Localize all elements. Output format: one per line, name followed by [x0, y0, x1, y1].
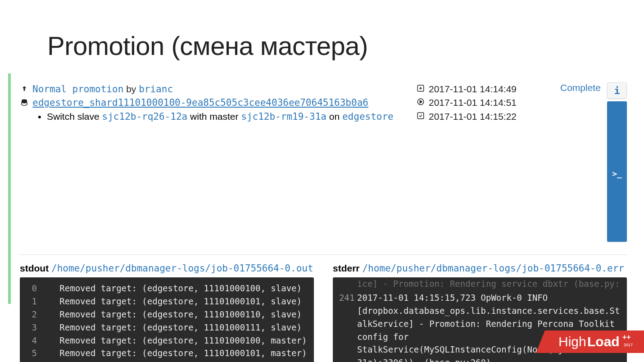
- log-line: 6 Removed target: (edgestore, 1110100011…: [26, 360, 308, 362]
- play-circle-icon: [416, 98, 425, 106]
- conference-badge: High Load ++ 2017: [527, 321, 644, 362]
- job-status: Complete: [560, 82, 605, 93]
- switch-on: on: [329, 111, 340, 122]
- log-line-number: [339, 277, 357, 290]
- log-line-number: 2: [26, 308, 44, 321]
- log-line: 2 Removed target: (edgestore, 1110100011…: [26, 308, 308, 321]
- promotion-type-link[interactable]: Normal promotion: [32, 84, 123, 95]
- log-line-text: Removed target: (edgestore, 11101000110,…: [44, 360, 308, 362]
- slave-host-link[interactable]: sjc12b-rq26-12a: [102, 111, 188, 122]
- user-link[interactable]: brianc: [139, 84, 173, 95]
- job-timestamps: 2017-11-01 14:14:49 2017-11-01 14:14:51 …: [416, 82, 560, 123]
- db-link[interactable]: edgestore: [342, 111, 394, 122]
- stdout-terminal[interactable]: 0 Removed target: (edgestore, 1110100010…: [20, 277, 314, 362]
- job-panel: Normal promotion by brianc edgestore_sha…: [8, 73, 636, 304]
- upload-icon: [20, 82, 29, 96]
- started-time: 2017-11-01 14:14:51: [429, 96, 517, 109]
- master-host-link[interactable]: sjc12b-rm19-31a: [241, 111, 327, 122]
- log-line-number: 6: [26, 360, 44, 362]
- log-line-number: 4: [26, 334, 44, 347]
- stderr-path-link[interactable]: /home/pusher/dbmanager-logs/job-01755664…: [362, 263, 624, 274]
- log-line-text: Removed target: (edgestore, 11101000101,…: [44, 295, 308, 308]
- log-line-number: 3: [26, 321, 44, 334]
- log-line-text: Removed target: (edgestore, 11101000111,…: [44, 321, 308, 334]
- by-label: by: [126, 84, 136, 94]
- badge-brand-a: High: [558, 334, 586, 349]
- svg-rect-3: [417, 113, 424, 119]
- log-line: 4 Removed target: (edgestore, 1110100010…: [26, 334, 308, 347]
- log-line-number: 1: [26, 295, 44, 308]
- check-square-icon: [416, 112, 425, 120]
- log-line: 0 Removed target: (edgestore, 1110100010…: [26, 282, 308, 295]
- log-line-text: Removed target: (edgestore, 11101000110,…: [44, 308, 308, 321]
- side-buttons: i >_: [605, 82, 627, 242]
- terminal-button[interactable]: >_: [607, 101, 627, 242]
- log-line: 1 Removed target: (edgestore, 1110100010…: [26, 295, 308, 308]
- switch-description: Switch slave sjc12b-rq26-12a with master…: [20, 110, 416, 123]
- shard-link[interactable]: edgestore_shard11101000100-9ea85c505c3ce…: [32, 96, 368, 109]
- log-line-number: 5: [26, 347, 44, 360]
- stderr-label: stderr: [333, 263, 360, 273]
- log-line-text: Removed target: (edgestore, 11101000100,…: [44, 282, 308, 295]
- divider: [20, 254, 627, 255]
- created-time: 2017-11-01 14:14:49: [429, 82, 517, 96]
- stdout-label: stdout: [20, 263, 49, 273]
- log-line: 3 Removed target: (edgestore, 1110100011…: [26, 321, 308, 334]
- finished-time: 2017-11-01 14:15:22: [429, 110, 517, 123]
- badge-brand-b: Load: [587, 334, 620, 349]
- info-button[interactable]: i: [607, 82, 627, 99]
- log-line-text: Removed target: (edgestore, 11101000100,…: [44, 334, 308, 347]
- stderr-header: stderr /home/pusher/dbmanager-logs/job-0…: [333, 263, 627, 274]
- slide-title: Promotion (смена мастера): [47, 31, 644, 61]
- job-header: Normal promotion by brianc edgestore_sha…: [20, 82, 627, 242]
- job-meta: Normal promotion by brianc edgestore_sha…: [20, 82, 416, 123]
- log-line-number: 241: [339, 291, 357, 362]
- log-line-text: ice] - Promotion: Rendering service dbxt…: [357, 277, 621, 290]
- plus-square-icon: [416, 84, 425, 92]
- database-icon: [20, 96, 29, 109]
- terminal-icon: >_: [612, 167, 622, 180]
- info-icon: i: [614, 85, 620, 96]
- log-line-text: Removed target: (edgestore, 11101000101,…: [44, 347, 308, 360]
- badge-plus: ++: [622, 333, 631, 341]
- badge-year: 2017: [624, 343, 633, 347]
- switch-prefix: Switch slave: [47, 111, 100, 122]
- log-line-number: 0: [26, 282, 44, 295]
- stdout-header: stdout /home/pusher/dbmanager-logs/job-0…: [20, 263, 314, 274]
- stdout-path-link[interactable]: /home/pusher/dbmanager-logs/job-01755664…: [51, 263, 313, 274]
- log-line: 5 Removed target: (edgestore, 1110100010…: [26, 347, 308, 360]
- switch-mid: with master: [190, 111, 238, 122]
- stdout-column: stdout /home/pusher/dbmanager-logs/job-0…: [20, 263, 314, 362]
